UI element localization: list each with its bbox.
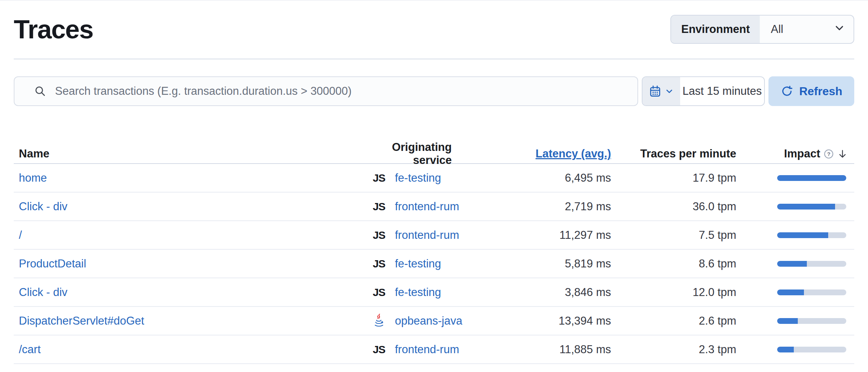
transaction-name-link[interactable]: / bbox=[19, 229, 22, 241]
table-row: Click - divJSfe-testing3,846 ms12.0 tpm bbox=[14, 278, 854, 307]
latency-value: 6,495 ms bbox=[565, 172, 611, 184]
column-header-traces-per-minute: Traces per minute bbox=[620, 147, 745, 160]
column-header-originating-service: Originating service bbox=[361, 141, 463, 167]
page-title: Traces bbox=[14, 14, 93, 44]
java-agent-icon bbox=[372, 314, 385, 328]
date-quick-select-button[interactable] bbox=[642, 77, 680, 105]
traces-per-minute-value: 17.9 tpm bbox=[692, 172, 736, 184]
traces-table: Name Originating service Latency (avg.) … bbox=[14, 141, 854, 364]
refresh-icon bbox=[780, 85, 793, 98]
svg-text:?: ? bbox=[827, 151, 830, 157]
impact-bar bbox=[777, 232, 846, 238]
column-header-name: Name bbox=[14, 147, 361, 160]
transaction-name-link[interactable]: DispatcherServlet#doGet bbox=[19, 314, 144, 327]
latency-value: 2,719 ms bbox=[565, 200, 611, 213]
column-header-impact[interactable]: Impact ? bbox=[745, 147, 854, 160]
traces-per-minute-value: 2.3 tpm bbox=[699, 343, 736, 356]
js-agent-icon: JS bbox=[373, 258, 385, 270]
refresh-button-label: Refresh bbox=[799, 85, 842, 98]
environment-select[interactable]: Environment All bbox=[670, 15, 854, 44]
transaction-name-link[interactable]: Click - div bbox=[19, 200, 67, 213]
table-row: ProductDetailJSfe-testing5,819 ms8.6 tpm bbox=[14, 250, 854, 278]
chevron-down-icon bbox=[833, 22, 846, 37]
column-header-latency-sort-link[interactable]: Latency (avg.) bbox=[536, 147, 611, 160]
service-link[interactable]: fe-testing bbox=[395, 257, 441, 270]
table-row: DispatcherServlet#doGetopbeans-java13,39… bbox=[14, 307, 854, 335]
js-agent-icon: JS bbox=[373, 200, 385, 213]
time-range-picker: Last 15 minutes bbox=[642, 76, 765, 106]
chevron-down-icon bbox=[665, 86, 674, 96]
table-row: Click - divJSfrontend-rum2,719 ms36.0 tp… bbox=[14, 193, 854, 221]
search-transactions-input[interactable] bbox=[14, 76, 638, 106]
traces-per-minute-value: 36.0 tpm bbox=[692, 200, 736, 213]
service-link[interactable]: frontend-rum bbox=[395, 200, 459, 213]
js-agent-icon: JS bbox=[373, 286, 385, 299]
sort-descending-arrow-icon bbox=[837, 149, 848, 159]
latency-value: 5,819 ms bbox=[565, 257, 611, 270]
table-row: /JSfrontend-rum11,297 ms7.5 tpm bbox=[14, 221, 854, 250]
table-header-row: Name Originating service Latency (avg.) … bbox=[14, 141, 854, 164]
traces-page: Traces Environment All bbox=[0, 0, 868, 364]
impact-bar bbox=[777, 347, 846, 352]
impact-bar bbox=[777, 175, 846, 181]
impact-bar bbox=[777, 289, 846, 295]
impact-bar bbox=[777, 261, 846, 267]
traces-per-minute-value: 8.6 tpm bbox=[699, 257, 736, 270]
js-agent-icon: JS bbox=[373, 229, 385, 241]
service-link[interactable]: opbeans-java bbox=[395, 314, 462, 327]
transaction-name-link[interactable]: Click - div bbox=[19, 286, 67, 299]
impact-bar bbox=[777, 318, 846, 324]
service-link[interactable]: frontend-rum bbox=[395, 229, 459, 242]
js-agent-icon: JS bbox=[373, 172, 385, 184]
service-link[interactable]: frontend-rum bbox=[395, 343, 459, 356]
search-controls: Last 15 minutes Refresh bbox=[14, 76, 854, 106]
traces-per-minute-value: 12.0 tpm bbox=[692, 286, 736, 299]
latency-value: 11,297 ms bbox=[560, 229, 611, 241]
service-link[interactable]: fe-testing bbox=[395, 172, 441, 185]
transaction-name-link[interactable]: home bbox=[19, 172, 47, 184]
service-link[interactable]: fe-testing bbox=[395, 286, 441, 299]
traces-per-minute-value: 2.6 tpm bbox=[699, 314, 736, 327]
table-body: homeJSfe-testing6,495 ms17.9 tpmClick - … bbox=[14, 164, 854, 364]
js-agent-icon: JS bbox=[373, 343, 385, 356]
question-in-circle-icon[interactable]: ? bbox=[824, 149, 834, 159]
table-row: homeJSfe-testing6,495 ms17.9 tpm bbox=[14, 164, 854, 193]
time-range-value[interactable]: Last 15 minutes bbox=[680, 77, 764, 105]
environment-select-value: All bbox=[771, 23, 783, 36]
column-header-impact-label: Impact bbox=[784, 147, 820, 160]
latency-value: 3,846 ms bbox=[565, 286, 611, 299]
transaction-name-link[interactable]: /cart bbox=[19, 343, 41, 356]
transaction-name-link[interactable]: ProductDetail bbox=[19, 257, 86, 270]
page-header: Traces Environment All bbox=[14, 0, 854, 59]
table-row: /cartJSfrontend-rum11,885 ms2.3 tpm bbox=[14, 335, 854, 364]
impact-bar bbox=[777, 204, 846, 210]
traces-per-minute-value: 7.5 tpm bbox=[699, 229, 736, 241]
search-icon bbox=[34, 85, 46, 97]
latency-value: 13,394 ms bbox=[559, 314, 611, 327]
refresh-button[interactable]: Refresh bbox=[768, 76, 854, 106]
environment-select-label: Environment bbox=[671, 16, 760, 43]
calendar-icon bbox=[649, 85, 662, 98]
latency-value: 11,885 ms bbox=[560, 343, 611, 356]
